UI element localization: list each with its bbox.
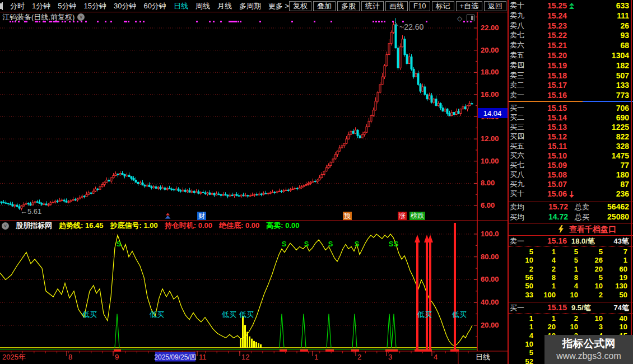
chevron-down-icon[interactable]: v [77, 13, 85, 21]
sell-level-row[interactable]: 卖三15.18507 [509, 71, 633, 81]
sell-level-row[interactable]: 卖七15.2293 [509, 30, 633, 40]
l2-buy-header: 买一 15.15 9.5/笔 74笔 [509, 303, 633, 312]
indicator-field: 高卖: 0.00 [266, 221, 299, 231]
toolbar-button-画线[interactable]: 画线 [385, 1, 408, 11]
svg-text:16.00: 16.00 [481, 90, 499, 99]
trade-count-cell: 1 [532, 282, 556, 290]
trade-count-cell: 20 [579, 265, 603, 273]
buy-level-row[interactable]: 买五15.11328 [509, 141, 633, 151]
buy-level-row[interactable]: 买六15.101475 [509, 151, 633, 161]
buy-level-row[interactable]: 买三15.131225 [509, 122, 633, 132]
svg-text:20.00: 20.00 [481, 321, 499, 329]
toolbar-item-周线[interactable]: 周线 [196, 1, 210, 11]
sell-level-row[interactable]: 卖五15.201304 [509, 50, 633, 60]
toolbar-button-返回[interactable]: 返回 [484, 1, 506, 11]
toolbar-button-复权[interactable]: 复权 [289, 1, 311, 11]
window-split-icon[interactable] [2, 2, 3, 10]
badge-榜跌[interactable]: 榜跌 [409, 212, 425, 220]
l2-buy-per-trade: 9.5/笔 [571, 303, 591, 312]
trade-count-cell: 1 [510, 323, 533, 331]
svg-text:20.00: 20.00 [481, 46, 499, 54]
total-sell-label: 总卖 [575, 202, 589, 212]
buy-level-label: 买三 [510, 122, 524, 132]
toolbar-button-+自选[interactable]: +自选 [456, 1, 483, 11]
trade-count-cell: 2 [555, 314, 578, 323]
sell-strength-bar [509, 101, 583, 102]
divider [509, 302, 633, 302]
trade-count-cell: 1 [532, 248, 556, 256]
watermark-title: 指标公式网 [562, 337, 616, 351]
sell-level-volume: 111 [590, 11, 629, 21]
toolbar-item-15分钟[interactable]: 15分钟 [83, 1, 106, 11]
svg-text:80.00: 80.00 [481, 253, 499, 261]
toolbar-item-30分钟[interactable]: 30分钟 [114, 1, 136, 11]
trade-count-cell: 1 [532, 314, 556, 323]
toolbar-item-5分钟[interactable]: 5分钟 [58, 1, 76, 11]
buy-level-row[interactable]: 买二15.14690 [509, 113, 633, 123]
buy-strength-bar [583, 101, 633, 102]
svg-text:8.00: 8.00 [481, 179, 495, 187]
badge-预[interactable]: 预 [343, 212, 352, 220]
toolbar-item-1分钟[interactable]: 1分钟 [32, 1, 50, 11]
toolbar-button-叠加[interactable]: 叠加 [313, 1, 336, 11]
buy-level-row[interactable]: 买七15.0977 [509, 160, 633, 170]
badge-涨[interactable]: 涨 [398, 212, 407, 220]
toolbar-button-F10[interactable]: F10 [409, 1, 430, 11]
buy-level-row[interactable]: 买八15.08180 [509, 170, 633, 180]
toolbar-item-日线[interactable]: 日线 [174, 1, 188, 11]
sell-level-label: 卖五 [510, 50, 524, 60]
buy-level-row[interactable]: 买十15.06236 [509, 189, 633, 199]
toolbar-button-多股[interactable]: 多股 [337, 1, 360, 11]
layout-icon[interactable] [467, 15, 474, 21]
thousand-level-button[interactable]: 查看千档盘口 [509, 223, 633, 235]
trade-count-cell: 26 [579, 256, 603, 264]
svg-text:11: 11 [199, 353, 207, 361]
toolbar-item-多周期[interactable]: 多周期 [239, 1, 261, 11]
trade-count-cell: 130 [604, 282, 627, 290]
trade-count-cell: 10 [579, 314, 603, 323]
trade-count-cell: 5 [555, 256, 578, 264]
sell-level-row[interactable]: 卖十15.25633 [509, 1, 633, 11]
buy-avg-row: 买均 14.72 总买 25080 [509, 212, 633, 222]
sell-level-row[interactable]: 卖二15.17133 [509, 80, 633, 90]
panel-border [508, 0, 509, 364]
buy-level-row[interactable]: 买九15.0787 [509, 179, 633, 189]
trade-count-cell: 3 [579, 323, 603, 331]
indicator-source[interactable]: 股朋指标网 [16, 221, 52, 231]
toolbar-item-更多 >[interactable]: 更多 > [268, 1, 289, 11]
chart-title: 江钨装备(日线.前复权) [2, 12, 75, 22]
svg-text:低买: 低买 [221, 310, 236, 319]
svg-text:低买: 低买 [149, 310, 164, 319]
diamond-icon[interactable]: ◇ [457, 15, 462, 22]
badge-财[interactable]: 财 [197, 212, 206, 220]
buy-level-row[interactable]: 买一15.15706 [509, 103, 633, 113]
toolbar-item-月线[interactable]: 月线 [217, 1, 232, 11]
buy-level-label: 买四 [510, 132, 524, 142]
sell-level-row[interactable]: 卖一15.16773 [509, 90, 633, 100]
toolbar-item-60分钟[interactable]: 60分钟 [143, 1, 166, 11]
toolbar-period-menu: 分时1分钟5分钟15分钟30分钟60分钟日线周线月线多周期更多 > [10, 1, 289, 11]
buy-level-price: 15.13 [539, 122, 567, 132]
trade-count-cell: 5 [579, 248, 603, 256]
sell-avg-label: 卖均 [510, 202, 524, 212]
trade-count-cell: 10 [510, 256, 533, 264]
svg-text:日线: 日线 [476, 353, 490, 361]
toolbar-button-统计[interactable]: 统计 [361, 1, 384, 11]
sell-level-row[interactable]: 卖九15.24111 [509, 11, 633, 21]
sell-level-row[interactable]: 卖四15.19182 [509, 60, 633, 71]
trade-count-cell: 5 [510, 248, 533, 256]
sell-level-label: 卖二 [510, 80, 524, 90]
sell-level-row[interactable]: 卖六15.2168 [509, 40, 633, 50]
sell-level-row[interactable]: 卖八15.2326 [509, 21, 633, 31]
up-arrows-icon [569, 3, 574, 10]
collapse-indicator-icon[interactable]: v [2, 222, 9, 230]
buy-level-row[interactable]: 买四15.12822 [509, 132, 633, 142]
buy-level-label: 买五 [510, 141, 524, 151]
chart-canvas[interactable]: 6.008.0010.0012.0014.0016.0018.0020.0022… [0, 12, 509, 364]
pyramid-icon[interactable] [164, 212, 171, 220]
trade-count-cell: 40 [604, 314, 627, 323]
trade-count-cell: 2 [510, 265, 533, 273]
total-buy-label: 总买 [575, 212, 589, 222]
toolbar-button-标记[interactable]: 标记 [432, 1, 454, 11]
toolbar-item-分时[interactable]: 分时 [10, 1, 25, 11]
